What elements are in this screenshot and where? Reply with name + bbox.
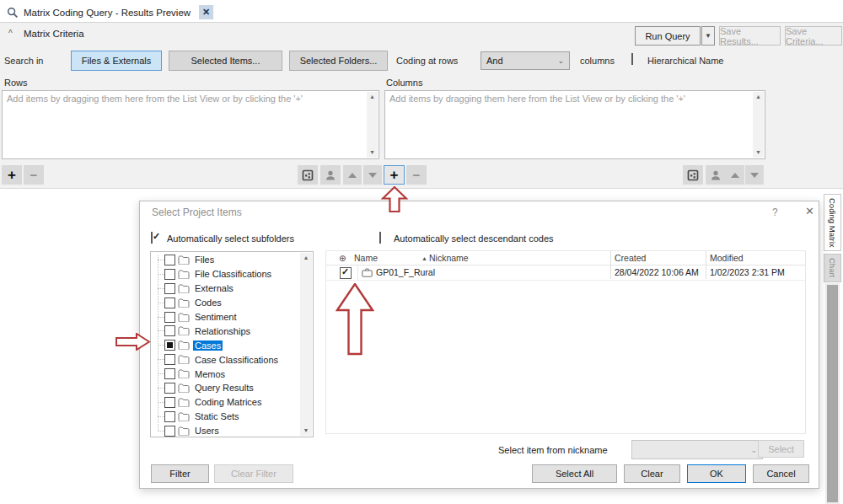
tree-item[interactable]: Codes	[151, 296, 300, 310]
side-tab[interactable]: Chart	[824, 254, 841, 282]
tree-item[interactable]: Users	[151, 424, 300, 437]
select-all-button[interactable]: Select All	[532, 464, 617, 483]
columns-scrollbar[interactable]: ▲ ▼	[753, 92, 764, 158]
tree-item-checkbox[interactable]	[164, 354, 175, 365]
side-tab-label: Chart	[828, 258, 837, 277]
tree-item[interactable]: Case Classifications	[151, 352, 300, 367]
run-query-dropdown-icon[interactable]: ▼	[701, 26, 715, 46]
up-triangle-icon	[348, 173, 357, 178]
nickname-dropdown[interactable]: ⌄	[631, 440, 763, 459]
scroll-down-icon[interactable]: ▼	[753, 147, 764, 158]
chevron-down-icon: ⌄	[557, 56, 564, 65]
help-icon[interactable]: ?	[772, 206, 778, 218]
tab-close-icon[interactable]: ✕	[199, 5, 213, 19]
rows-scrollbar[interactable]: ▲ ▼	[367, 92, 378, 158]
tab-matrix-coding-query[interactable]: Matrix Coding Query - Results Preview ✕	[2, 3, 218, 22]
hierarchical-name-checkbox[interactable]	[631, 53, 633, 65]
auto-descendants-checkbox[interactable]	[379, 232, 381, 244]
files-and-externals-button[interactable]: Files & Externals	[71, 51, 162, 71]
columns-add-button[interactable]: +	[384, 165, 405, 185]
tree-item[interactable]: File Classifications	[151, 267, 300, 281]
tree-connector	[158, 416, 164, 417]
tree-item[interactable]: Query Results	[151, 381, 300, 395]
close-icon[interactable]: ✕	[805, 205, 814, 217]
tree-item-checkbox[interactable]	[164, 426, 175, 437]
folder-icon	[178, 355, 190, 364]
clear-button[interactable]: Clear	[624, 464, 680, 483]
columns-move-up-button[interactable]	[726, 165, 744, 185]
tree-item-checkbox[interactable]	[164, 340, 175, 351]
rows-add-button[interactable]: +	[2, 165, 22, 185]
tree-scrollbar[interactable]: ▲ ▼	[300, 253, 312, 436]
clear-filter-button[interactable]: Clear Filter	[214, 464, 293, 483]
detail-view-scrollbar[interactable]	[825, 283, 840, 504]
folder-icon	[178, 398, 190, 407]
tree-item[interactable]: Cases	[151, 338, 300, 352]
select-button[interactable]: Select	[758, 440, 804, 458]
save-results-button[interactable]: Save Results...	[719, 26, 781, 46]
tree-item-checkbox[interactable]	[164, 269, 175, 280]
folder-icon	[178, 412, 190, 421]
save-criteria-button[interactable]: Save Criteria...	[785, 26, 842, 46]
tree-item-checkbox[interactable]	[164, 411, 175, 422]
coding-at-rows-label: Coding at rows	[396, 56, 458, 66]
modified-column-header[interactable]: Modified	[710, 253, 744, 263]
tree-item-label: Query Results	[193, 383, 255, 393]
rows-move-down-button[interactable]	[363, 165, 382, 185]
rows-move-up-button[interactable]	[343, 165, 362, 185]
row-checkbox[interactable]	[340, 267, 352, 279]
created-column-header[interactable]: Created	[615, 253, 646, 263]
tree-item[interactable]: Files	[151, 253, 300, 267]
annotation-arrow-up-row-checkbox	[336, 283, 374, 356]
ok-button[interactable]: OK	[687, 464, 746, 483]
cancel-button[interactable]: Cancel	[753, 464, 809, 483]
rows-person-icon-button[interactable]	[320, 165, 341, 185]
scroll-up-icon[interactable]: ▲	[300, 253, 312, 263]
tree-item-checkbox[interactable]	[164, 298, 175, 308]
columns-drop-area[interactable]: Add items by dragging them here from the…	[384, 90, 765, 159]
tree-connector	[158, 274, 164, 275]
selected-items-button[interactable]: Selected Items...	[169, 51, 282, 71]
tree-item-checkbox[interactable]	[164, 255, 175, 265]
tree-item-checkbox[interactable]	[164, 312, 175, 323]
rows-select-items-icon-button[interactable]	[298, 165, 318, 185]
tree-item[interactable]: Coding Matrices	[151, 395, 300, 410]
scroll-up-icon[interactable]: ▲	[367, 92, 378, 102]
collapse-caret-icon[interactable]: ^	[8, 29, 13, 38]
scroll-up-icon[interactable]: ▲	[753, 92, 764, 102]
tree-item-checkbox[interactable]	[164, 283, 175, 294]
columns-word-label: columns	[580, 56, 615, 66]
selected-folders-button[interactable]: Selected Folders...	[289, 51, 388, 71]
nickname-column-header[interactable]: Nickname	[429, 253, 469, 263]
app-window: Matrix Coding Query - Results Preview ✕ …	[0, 0, 843, 504]
columns-remove-button[interactable]: −	[406, 165, 427, 185]
annotation-arrow-up-plus-button	[381, 186, 408, 213]
columns-move-down-button[interactable]	[745, 165, 764, 185]
tree-item[interactable]: Relationships	[151, 324, 300, 338]
tree-item-label: Codes	[193, 298, 223, 308]
rows-drop-area[interactable]: Add items by dragging them here from the…	[2, 90, 379, 159]
name-column-header[interactable]: Name	[354, 253, 378, 263]
tree-item-checkbox[interactable]	[164, 368, 175, 379]
run-query-button[interactable]: Run Query	[635, 26, 701, 46]
expand-all-icon[interactable]: ⊕	[339, 253, 346, 263]
tab-title: Matrix Coding Query - Results Preview	[24, 8, 191, 18]
columns-person-icon-button[interactable]	[706, 165, 726, 185]
filter-button[interactable]: Filter	[151, 464, 209, 483]
table-row[interactable]: GP01_F_Rural 28/04/2022 10:06 AM 1/02/20…	[326, 265, 805, 281]
auto-subfolders-checkbox[interactable]	[151, 232, 153, 244]
side-tab[interactable]: Coding Matrix	[824, 194, 841, 251]
rows-remove-button[interactable]: −	[24, 165, 44, 185]
tree-item[interactable]: Externals	[151, 281, 300, 296]
columns-select-items-icon-button[interactable]	[683, 165, 703, 185]
scroll-down-icon[interactable]: ▼	[300, 426, 312, 436]
tree-item-checkbox[interactable]	[164, 383, 175, 394]
tree-item[interactable]: Static Sets	[151, 410, 300, 424]
scrollbar-thumb[interactable]	[827, 285, 838, 502]
tree-item[interactable]: Memos	[151, 367, 300, 381]
operator-dropdown[interactable]: And ⌄	[481, 51, 570, 70]
tree-item-checkbox[interactable]	[164, 397, 175, 408]
tree-item-checkbox[interactable]	[164, 325, 175, 336]
tree-item[interactable]: Sentiment	[151, 310, 300, 324]
scroll-down-icon[interactable]: ▼	[367, 147, 378, 158]
